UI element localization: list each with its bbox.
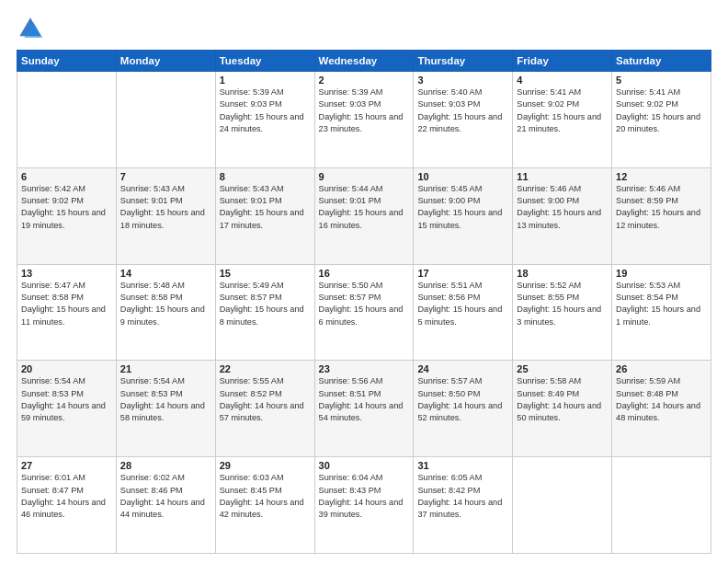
day-number: 4: [517, 75, 608, 86]
day-number: 2: [319, 75, 410, 86]
weekday-header-monday: Monday: [116, 51, 215, 72]
day-number: 31: [417, 460, 508, 471]
week-row-5: 27Sunrise: 6:01 AMSunset: 8:47 PMDayligh…: [17, 457, 711, 554]
day-info: Sunrise: 5:57 AMSunset: 8:50 PMDaylight:…: [417, 375, 508, 424]
day-info: Sunrise: 5:55 AMSunset: 8:52 PMDaylight:…: [220, 375, 311, 424]
calendar-cell: 4Sunrise: 5:41 AMSunset: 9:02 PMDaylight…: [513, 72, 612, 168]
day-info: Sunrise: 6:02 AMSunset: 8:46 PMDaylight:…: [120, 472, 211, 521]
calendar: SundayMondayTuesdayWednesdayThursdayFrid…: [17, 50, 711, 554]
day-number: 13: [21, 268, 112, 279]
calendar-cell: 25Sunrise: 5:58 AMSunset: 8:49 PMDayligh…: [513, 361, 612, 457]
calendar-cell: [116, 72, 215, 168]
day-number: 28: [120, 460, 211, 471]
calendar-cell: 29Sunrise: 6:03 AMSunset: 8:45 PMDayligh…: [215, 457, 314, 554]
weekday-header-thursday: Thursday: [414, 51, 513, 72]
calendar-cell: 24Sunrise: 5:57 AMSunset: 8:50 PMDayligh…: [414, 361, 513, 457]
calendar-cell: 17Sunrise: 5:51 AMSunset: 8:56 PMDayligh…: [414, 264, 513, 361]
logo: [17, 15, 48, 42]
calendar-cell: 28Sunrise: 6:02 AMSunset: 8:46 PMDayligh…: [116, 457, 215, 554]
calendar-cell: 31Sunrise: 6:05 AMSunset: 8:42 PMDayligh…: [414, 457, 513, 554]
calendar-cell: 5Sunrise: 5:41 AMSunset: 9:02 PMDaylight…: [612, 72, 711, 168]
week-row-3: 13Sunrise: 5:47 AMSunset: 8:58 PMDayligh…: [17, 264, 711, 361]
calendar-cell: 3Sunrise: 5:40 AMSunset: 9:03 PMDaylight…: [414, 72, 513, 168]
logo-icon: [17, 15, 44, 42]
calendar-cell: 13Sunrise: 5:47 AMSunset: 8:58 PMDayligh…: [17, 264, 117, 361]
day-info: Sunrise: 5:50 AMSunset: 8:57 PMDaylight:…: [319, 280, 410, 328]
day-info: Sunrise: 5:52 AMSunset: 8:55 PMDaylight:…: [517, 280, 608, 328]
day-info: Sunrise: 5:40 AMSunset: 9:03 PMDaylight:…: [417, 86, 508, 135]
calendar-cell: 21Sunrise: 5:54 AMSunset: 8:53 PMDayligh…: [116, 361, 215, 457]
day-number: 27: [21, 460, 112, 471]
day-number: 29: [220, 460, 311, 471]
day-info: Sunrise: 6:01 AMSunset: 8:47 PMDaylight:…: [21, 472, 112, 521]
day-number: 23: [319, 363, 410, 374]
day-info: Sunrise: 5:48 AMSunset: 8:58 PMDaylight:…: [120, 280, 211, 328]
day-info: Sunrise: 6:05 AMSunset: 8:42 PMDaylight:…: [417, 472, 508, 521]
day-info: Sunrise: 5:53 AMSunset: 8:54 PMDaylight:…: [616, 280, 707, 328]
day-info: Sunrise: 5:59 AMSunset: 8:48 PMDaylight:…: [616, 375, 707, 424]
day-number: 10: [417, 171, 508, 182]
day-number: 19: [616, 268, 707, 279]
weekday-header-saturday: Saturday: [612, 51, 711, 72]
calendar-cell: [612, 457, 711, 554]
calendar-cell: [17, 72, 117, 168]
day-number: 11: [517, 171, 608, 182]
day-number: 22: [220, 363, 311, 374]
weekday-header-row: SundayMondayTuesdayWednesdayThursdayFrid…: [17, 51, 711, 72]
day-number: 15: [220, 268, 311, 279]
day-info: Sunrise: 5:47 AMSunset: 8:58 PMDaylight:…: [21, 280, 112, 328]
day-number: 7: [120, 171, 211, 182]
week-row-1: 1Sunrise: 5:39 AMSunset: 9:03 PMDaylight…: [17, 72, 711, 168]
weekday-header-friday: Friday: [513, 51, 612, 72]
day-info: Sunrise: 5:49 AMSunset: 8:57 PMDaylight:…: [220, 280, 311, 328]
weekday-header-sunday: Sunday: [17, 51, 117, 72]
calendar-cell: 14Sunrise: 5:48 AMSunset: 8:58 PMDayligh…: [116, 264, 215, 361]
day-info: Sunrise: 5:56 AMSunset: 8:51 PMDaylight:…: [319, 375, 410, 424]
calendar-cell: 10Sunrise: 5:45 AMSunset: 9:00 PMDayligh…: [414, 167, 513, 264]
day-number: 24: [417, 363, 508, 374]
calendar-cell: 26Sunrise: 5:59 AMSunset: 8:48 PMDayligh…: [612, 361, 711, 457]
day-number: 30: [319, 460, 410, 471]
day-info: Sunrise: 5:51 AMSunset: 8:56 PMDaylight:…: [417, 280, 508, 328]
day-number: 8: [220, 171, 311, 182]
day-number: 25: [517, 363, 608, 374]
day-info: Sunrise: 5:45 AMSunset: 9:00 PMDaylight:…: [417, 183, 508, 232]
day-info: Sunrise: 6:03 AMSunset: 8:45 PMDaylight:…: [220, 472, 311, 521]
day-info: Sunrise: 5:44 AMSunset: 9:01 PMDaylight:…: [319, 183, 410, 232]
calendar-cell: 1Sunrise: 5:39 AMSunset: 9:03 PMDaylight…: [215, 72, 314, 168]
calendar-cell: 9Sunrise: 5:44 AMSunset: 9:01 PMDaylight…: [314, 167, 414, 264]
day-info: Sunrise: 5:39 AMSunset: 9:03 PMDaylight:…: [319, 86, 410, 135]
day-number: 20: [21, 363, 112, 374]
day-info: Sunrise: 5:41 AMSunset: 9:02 PMDaylight:…: [616, 86, 707, 135]
day-number: 9: [319, 171, 410, 182]
calendar-cell: 8Sunrise: 5:43 AMSunset: 9:01 PMDaylight…: [215, 167, 314, 264]
calendar-cell: 12Sunrise: 5:46 AMSunset: 8:59 PMDayligh…: [612, 167, 711, 264]
calendar-cell: 23Sunrise: 5:56 AMSunset: 8:51 PMDayligh…: [314, 361, 414, 457]
day-info: Sunrise: 5:43 AMSunset: 9:01 PMDaylight:…: [220, 183, 311, 232]
day-info: Sunrise: 5:39 AMSunset: 9:03 PMDaylight:…: [220, 86, 311, 135]
day-info: Sunrise: 5:46 AMSunset: 9:00 PMDaylight:…: [517, 183, 608, 232]
day-number: 21: [120, 363, 211, 374]
day-info: Sunrise: 5:58 AMSunset: 8:49 PMDaylight:…: [517, 375, 608, 424]
page-header: [17, 15, 711, 42]
day-info: Sunrise: 5:41 AMSunset: 9:02 PMDaylight:…: [517, 86, 608, 135]
day-number: 14: [120, 268, 211, 279]
calendar-cell: 16Sunrise: 5:50 AMSunset: 8:57 PMDayligh…: [314, 264, 414, 361]
calendar-cell: 6Sunrise: 5:42 AMSunset: 9:02 PMDaylight…: [17, 167, 117, 264]
calendar-cell: 20Sunrise: 5:54 AMSunset: 8:53 PMDayligh…: [17, 361, 117, 457]
calendar-cell: [513, 457, 612, 554]
weekday-header-wednesday: Wednesday: [314, 51, 414, 72]
calendar-cell: 15Sunrise: 5:49 AMSunset: 8:57 PMDayligh…: [215, 264, 314, 361]
day-number: 6: [21, 171, 112, 182]
day-number: 17: [417, 268, 508, 279]
calendar-cell: 22Sunrise: 5:55 AMSunset: 8:52 PMDayligh…: [215, 361, 314, 457]
week-row-4: 20Sunrise: 5:54 AMSunset: 8:53 PMDayligh…: [17, 361, 711, 457]
day-number: 3: [417, 75, 508, 86]
day-number: 5: [616, 75, 707, 86]
day-info: Sunrise: 5:46 AMSunset: 8:59 PMDaylight:…: [616, 183, 707, 232]
calendar-cell: 27Sunrise: 6:01 AMSunset: 8:47 PMDayligh…: [17, 457, 117, 554]
calendar-cell: 2Sunrise: 5:39 AMSunset: 9:03 PMDaylight…: [314, 72, 414, 168]
day-info: Sunrise: 5:54 AMSunset: 8:53 PMDaylight:…: [120, 375, 211, 424]
calendar-cell: 18Sunrise: 5:52 AMSunset: 8:55 PMDayligh…: [513, 264, 612, 361]
day-number: 18: [517, 268, 608, 279]
